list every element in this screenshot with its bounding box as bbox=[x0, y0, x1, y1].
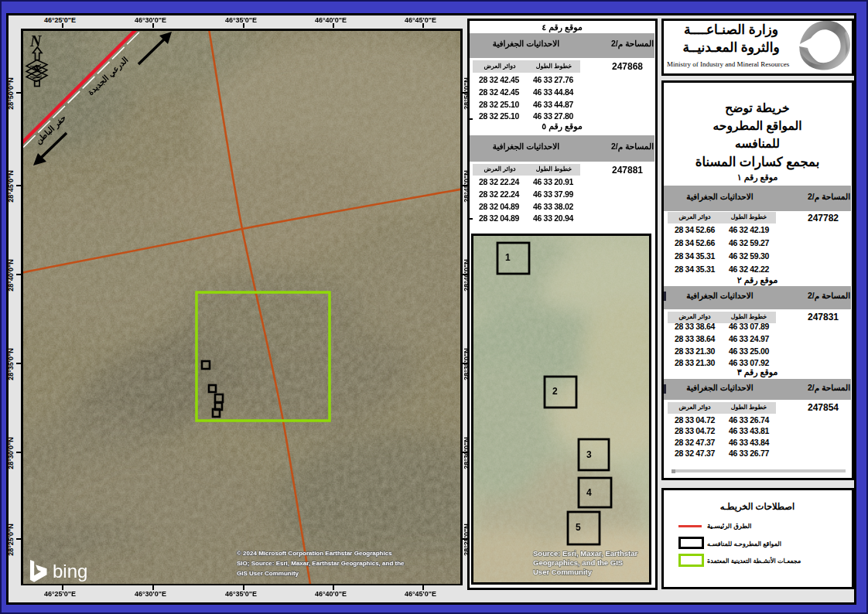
svg-text:الدرعي الجديدة: الدرعي الجديدة bbox=[86, 55, 132, 98]
svg-text:Source: Esri, Maxar, Earthstar: Source: Esri, Maxar, Earthstar bbox=[533, 549, 637, 558]
svg-text:SIO; Source: Esri, Maxar, Eart: SIO; Source: Esri, Maxar, Earthstar Geog… bbox=[237, 560, 405, 567]
svg-text:User Community: User Community bbox=[533, 568, 593, 576]
svg-text:N: N bbox=[29, 32, 43, 49]
svg-text:2: 2 bbox=[552, 386, 558, 397]
svg-text:bing: bing bbox=[53, 561, 87, 582]
svg-text:3: 3 bbox=[586, 449, 592, 460]
svg-text:5: 5 bbox=[576, 522, 581, 533]
svg-text:© 2024 Microsoft Corporation E: © 2024 Microsoft Corporation Earthstar G… bbox=[237, 550, 392, 557]
svg-text:GIS User Community: GIS User Community bbox=[237, 570, 299, 577]
svg-text:Geographics, and the GIS: Geographics, and the GIS bbox=[533, 558, 623, 567]
svg-text:4: 4 bbox=[586, 487, 592, 498]
svg-text:1: 1 bbox=[505, 252, 511, 263]
svg-text:حفر الباطن: حفر الباطن bbox=[33, 113, 69, 147]
